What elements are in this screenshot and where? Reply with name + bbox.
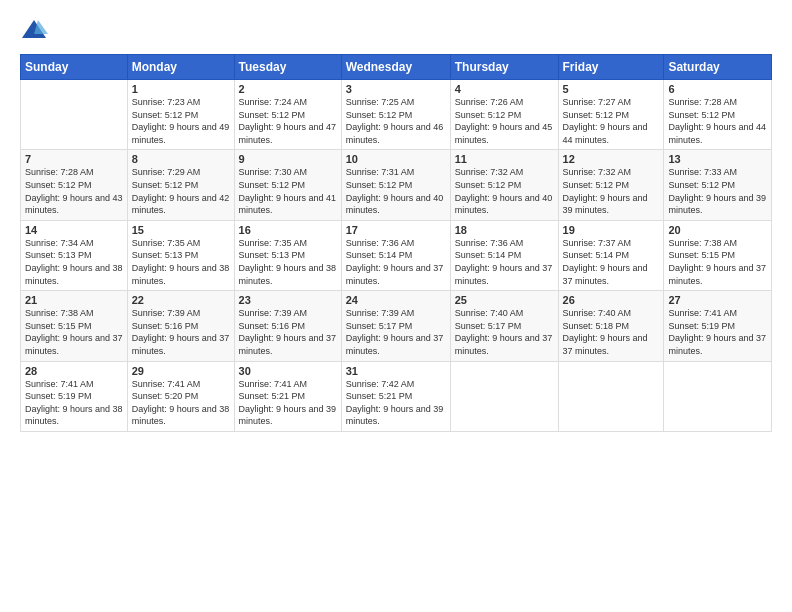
day-number: 7 <box>25 153 123 165</box>
calendar-cell: 10Sunrise: 7:31 AMSunset: 5:12 PMDayligh… <box>341 150 450 220</box>
day-info: Sunrise: 7:36 AMSunset: 5:14 PMDaylight:… <box>346 237 446 287</box>
col-header-saturday: Saturday <box>664 55 772 80</box>
day-info: Sunrise: 7:36 AMSunset: 5:14 PMDaylight:… <box>455 237 554 287</box>
header <box>20 16 772 44</box>
calendar-cell: 21Sunrise: 7:38 AMSunset: 5:15 PMDayligh… <box>21 291 128 361</box>
calendar-cell: 1Sunrise: 7:23 AMSunset: 5:12 PMDaylight… <box>127 80 234 150</box>
day-number: 21 <box>25 294 123 306</box>
calendar-cell: 28Sunrise: 7:41 AMSunset: 5:19 PMDayligh… <box>21 361 128 431</box>
calendar-cell: 29Sunrise: 7:41 AMSunset: 5:20 PMDayligh… <box>127 361 234 431</box>
day-number: 28 <box>25 365 123 377</box>
day-info: Sunrise: 7:37 AMSunset: 5:14 PMDaylight:… <box>563 237 660 287</box>
day-info: Sunrise: 7:39 AMSunset: 5:17 PMDaylight:… <box>346 307 446 357</box>
day-number: 8 <box>132 153 230 165</box>
week-row-4: 28Sunrise: 7:41 AMSunset: 5:19 PMDayligh… <box>21 361 772 431</box>
day-info: Sunrise: 7:41 AMSunset: 5:21 PMDaylight:… <box>239 378 337 428</box>
calendar-cell: 14Sunrise: 7:34 AMSunset: 5:13 PMDayligh… <box>21 220 128 290</box>
day-info: Sunrise: 7:40 AMSunset: 5:17 PMDaylight:… <box>455 307 554 357</box>
day-number: 18 <box>455 224 554 236</box>
calendar-cell: 19Sunrise: 7:37 AMSunset: 5:14 PMDayligh… <box>558 220 664 290</box>
day-info: Sunrise: 7:34 AMSunset: 5:13 PMDaylight:… <box>25 237 123 287</box>
day-number: 20 <box>668 224 767 236</box>
day-info: Sunrise: 7:29 AMSunset: 5:12 PMDaylight:… <box>132 166 230 216</box>
calendar-cell: 3Sunrise: 7:25 AMSunset: 5:12 PMDaylight… <box>341 80 450 150</box>
day-info: Sunrise: 7:42 AMSunset: 5:21 PMDaylight:… <box>346 378 446 428</box>
day-number: 4 <box>455 83 554 95</box>
day-info: Sunrise: 7:35 AMSunset: 5:13 PMDaylight:… <box>132 237 230 287</box>
calendar-cell: 25Sunrise: 7:40 AMSunset: 5:17 PMDayligh… <box>450 291 558 361</box>
col-header-monday: Monday <box>127 55 234 80</box>
col-header-wednesday: Wednesday <box>341 55 450 80</box>
day-number: 10 <box>346 153 446 165</box>
day-number: 27 <box>668 294 767 306</box>
day-number: 13 <box>668 153 767 165</box>
header-row: SundayMondayTuesdayWednesdayThursdayFrid… <box>21 55 772 80</box>
day-info: Sunrise: 7:38 AMSunset: 5:15 PMDaylight:… <box>25 307 123 357</box>
day-number: 29 <box>132 365 230 377</box>
day-info: Sunrise: 7:25 AMSunset: 5:12 PMDaylight:… <box>346 96 446 146</box>
day-info: Sunrise: 7:28 AMSunset: 5:12 PMDaylight:… <box>668 96 767 146</box>
day-number: 12 <box>563 153 660 165</box>
calendar-cell: 13Sunrise: 7:33 AMSunset: 5:12 PMDayligh… <box>664 150 772 220</box>
day-info: Sunrise: 7:41 AMSunset: 5:20 PMDaylight:… <box>132 378 230 428</box>
day-number: 5 <box>563 83 660 95</box>
calendar-cell: 22Sunrise: 7:39 AMSunset: 5:16 PMDayligh… <box>127 291 234 361</box>
day-info: Sunrise: 7:39 AMSunset: 5:16 PMDaylight:… <box>132 307 230 357</box>
calendar-cell: 20Sunrise: 7:38 AMSunset: 5:15 PMDayligh… <box>664 220 772 290</box>
calendar-cell: 7Sunrise: 7:28 AMSunset: 5:12 PMDaylight… <box>21 150 128 220</box>
day-info: Sunrise: 7:28 AMSunset: 5:12 PMDaylight:… <box>25 166 123 216</box>
calendar-cell: 15Sunrise: 7:35 AMSunset: 5:13 PMDayligh… <box>127 220 234 290</box>
day-number: 3 <box>346 83 446 95</box>
week-row-3: 21Sunrise: 7:38 AMSunset: 5:15 PMDayligh… <box>21 291 772 361</box>
day-number: 24 <box>346 294 446 306</box>
day-info: Sunrise: 7:33 AMSunset: 5:12 PMDaylight:… <box>668 166 767 216</box>
calendar-cell: 26Sunrise: 7:40 AMSunset: 5:18 PMDayligh… <box>558 291 664 361</box>
page: SundayMondayTuesdayWednesdayThursdayFrid… <box>0 0 792 612</box>
day-info: Sunrise: 7:27 AMSunset: 5:12 PMDaylight:… <box>563 96 660 146</box>
day-info: Sunrise: 7:38 AMSunset: 5:15 PMDaylight:… <box>668 237 767 287</box>
calendar-cell: 4Sunrise: 7:26 AMSunset: 5:12 PMDaylight… <box>450 80 558 150</box>
day-number: 31 <box>346 365 446 377</box>
col-header-sunday: Sunday <box>21 55 128 80</box>
col-header-thursday: Thursday <box>450 55 558 80</box>
calendar-cell <box>664 361 772 431</box>
calendar-cell: 23Sunrise: 7:39 AMSunset: 5:16 PMDayligh… <box>234 291 341 361</box>
day-info: Sunrise: 7:40 AMSunset: 5:18 PMDaylight:… <box>563 307 660 357</box>
day-info: Sunrise: 7:23 AMSunset: 5:12 PMDaylight:… <box>132 96 230 146</box>
day-number: 19 <box>563 224 660 236</box>
day-number: 16 <box>239 224 337 236</box>
calendar-cell: 27Sunrise: 7:41 AMSunset: 5:19 PMDayligh… <box>664 291 772 361</box>
day-info: Sunrise: 7:41 AMSunset: 5:19 PMDaylight:… <box>25 378 123 428</box>
calendar-cell: 31Sunrise: 7:42 AMSunset: 5:21 PMDayligh… <box>341 361 450 431</box>
calendar-cell: 11Sunrise: 7:32 AMSunset: 5:12 PMDayligh… <box>450 150 558 220</box>
day-info: Sunrise: 7:26 AMSunset: 5:12 PMDaylight:… <box>455 96 554 146</box>
day-number: 6 <box>668 83 767 95</box>
day-info: Sunrise: 7:32 AMSunset: 5:12 PMDaylight:… <box>455 166 554 216</box>
day-number: 15 <box>132 224 230 236</box>
calendar-cell <box>21 80 128 150</box>
week-row-0: 1Sunrise: 7:23 AMSunset: 5:12 PMDaylight… <box>21 80 772 150</box>
day-number: 2 <box>239 83 337 95</box>
day-info: Sunrise: 7:39 AMSunset: 5:16 PMDaylight:… <box>239 307 337 357</box>
day-info: Sunrise: 7:41 AMSunset: 5:19 PMDaylight:… <box>668 307 767 357</box>
calendar-cell: 30Sunrise: 7:41 AMSunset: 5:21 PMDayligh… <box>234 361 341 431</box>
day-number: 11 <box>455 153 554 165</box>
week-row-2: 14Sunrise: 7:34 AMSunset: 5:13 PMDayligh… <box>21 220 772 290</box>
day-info: Sunrise: 7:32 AMSunset: 5:12 PMDaylight:… <box>563 166 660 216</box>
week-row-1: 7Sunrise: 7:28 AMSunset: 5:12 PMDaylight… <box>21 150 772 220</box>
calendar-cell: 12Sunrise: 7:32 AMSunset: 5:12 PMDayligh… <box>558 150 664 220</box>
calendar-cell: 17Sunrise: 7:36 AMSunset: 5:14 PMDayligh… <box>341 220 450 290</box>
calendar-cell <box>558 361 664 431</box>
day-number: 30 <box>239 365 337 377</box>
calendar-cell: 8Sunrise: 7:29 AMSunset: 5:12 PMDaylight… <box>127 150 234 220</box>
day-info: Sunrise: 7:24 AMSunset: 5:12 PMDaylight:… <box>239 96 337 146</box>
col-header-tuesday: Tuesday <box>234 55 341 80</box>
day-info: Sunrise: 7:35 AMSunset: 5:13 PMDaylight:… <box>239 237 337 287</box>
day-number: 14 <box>25 224 123 236</box>
svg-marker-1 <box>34 20 48 34</box>
logo <box>20 16 52 44</box>
calendar-cell: 6Sunrise: 7:28 AMSunset: 5:12 PMDaylight… <box>664 80 772 150</box>
calendar-cell <box>450 361 558 431</box>
calendar-cell: 2Sunrise: 7:24 AMSunset: 5:12 PMDaylight… <box>234 80 341 150</box>
calendar-cell: 5Sunrise: 7:27 AMSunset: 5:12 PMDaylight… <box>558 80 664 150</box>
